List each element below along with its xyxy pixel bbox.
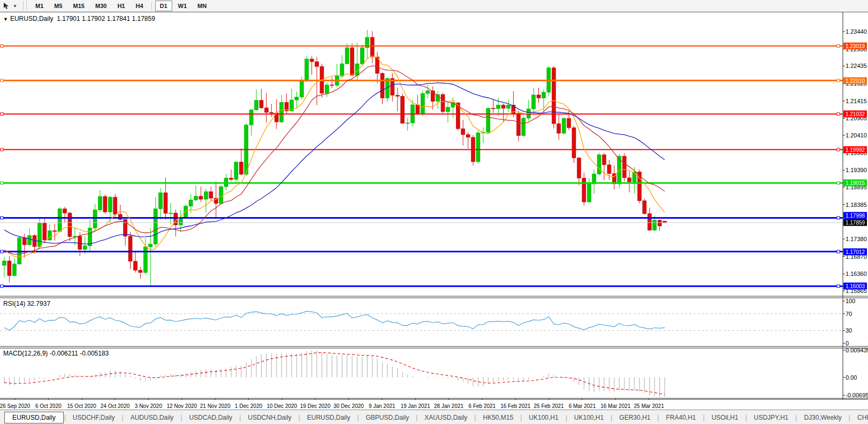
line-handle[interactable] bbox=[1, 79, 3, 82]
candle bbox=[164, 193, 167, 213]
hline-price-badge: 1.23019 bbox=[843, 42, 867, 49]
tab-usdchf-daily[interactable]: USDCHF,Daily bbox=[66, 412, 121, 423]
tab-xauusd-daily[interactable]: XAUUSD,Daily bbox=[418, 412, 474, 423]
candle bbox=[587, 184, 591, 202]
tab-separator: | bbox=[849, 414, 850, 421]
hline-price-badge: 1.19015 bbox=[843, 180, 867, 187]
top-toolbar: ▼ M1M5M15M30H1H4D1W1MN bbox=[0, 0, 868, 12]
candle bbox=[340, 64, 344, 76]
line-handle[interactable] bbox=[1, 44, 3, 47]
tab-uk100-h1[interactable]: UK100,H1 bbox=[522, 412, 565, 423]
candle bbox=[68, 213, 72, 236]
candle bbox=[416, 105, 420, 113]
candle bbox=[133, 261, 137, 271]
chart-symbol-caret-icon[interactable]: ▼ bbox=[3, 17, 8, 22]
tab-ger30-h1[interactable]: GER30,H1 bbox=[613, 412, 657, 423]
tab-audusd-daily[interactable]: AUDUSD,Daily bbox=[124, 412, 180, 423]
candle bbox=[239, 162, 243, 174]
candle bbox=[7, 261, 11, 276]
line-handle[interactable] bbox=[837, 217, 840, 219]
timeframe-button-h1[interactable]: H1 bbox=[112, 1, 130, 11]
candle bbox=[98, 197, 102, 210]
candle bbox=[43, 223, 47, 240]
date-tick-label: 6 Mar 2021 bbox=[569, 403, 596, 409]
candle bbox=[350, 48, 354, 75]
candle bbox=[28, 236, 32, 245]
tab-dj30-weekly[interactable]: DJ30,Weekly bbox=[797, 412, 848, 423]
candle bbox=[501, 105, 505, 109]
candle bbox=[63, 209, 67, 213]
tab-separator: | bbox=[64, 414, 66, 421]
candle bbox=[128, 236, 132, 261]
line-handle[interactable] bbox=[1, 182, 3, 184]
tab-gbpusd-daily[interactable]: GBPUSD,Daily bbox=[360, 412, 416, 423]
candle bbox=[103, 197, 107, 212]
candle bbox=[174, 213, 178, 225]
bar-open-value: 1.17901 bbox=[57, 15, 80, 22]
candle bbox=[315, 61, 319, 66]
date-tick-label: 6 Oct 2020 bbox=[35, 403, 62, 409]
tab-separator: | bbox=[745, 414, 747, 421]
line-handle[interactable] bbox=[837, 182, 840, 184]
candle bbox=[280, 103, 284, 122]
candle bbox=[628, 178, 631, 182]
chart-plot-area[interactable] bbox=[0, 12, 868, 400]
line-handle[interactable] bbox=[1, 113, 3, 115]
chart-symbol-label: EURUSD,Daily bbox=[10, 15, 54, 22]
hline-price-badge: 1.17998 bbox=[843, 212, 867, 219]
candle bbox=[653, 220, 657, 230]
cursor-tool-icon[interactable] bbox=[2, 1, 11, 11]
candle bbox=[159, 193, 163, 209]
tab-hk50-m15[interactable]: HK50,M15 bbox=[476, 412, 520, 423]
timeframe-button-h4[interactable]: H4 bbox=[131, 1, 148, 11]
tab-usoil-h1[interactable]: USOil,H1 bbox=[705, 412, 745, 423]
candle bbox=[260, 101, 263, 108]
timeframe-button-mn[interactable]: MN bbox=[193, 1, 211, 11]
tab-uk100-h1[interactable]: UK100,H1 bbox=[568, 412, 610, 423]
candle bbox=[582, 178, 586, 202]
line-handle[interactable] bbox=[1, 148, 3, 151]
line-handle[interactable] bbox=[837, 79, 840, 82]
line-handle[interactable] bbox=[837, 44, 840, 47]
tab-separator: | bbox=[357, 414, 359, 421]
macd-signal-value: -0.005183 bbox=[80, 350, 109, 357]
candle bbox=[431, 91, 435, 102]
line-handle[interactable] bbox=[837, 148, 840, 151]
candle bbox=[602, 155, 606, 165]
candle bbox=[199, 196, 203, 199]
line-handle[interactable] bbox=[837, 250, 840, 253]
tab-usdjpy-h1[interactable]: USDJPY,H1 bbox=[748, 412, 795, 423]
candles-layer bbox=[3, 30, 667, 286]
candle bbox=[143, 247, 147, 273]
timeframe-button-m15[interactable]: M15 bbox=[68, 1, 89, 11]
date-tick-label: 16 Mar 2021 bbox=[600, 403, 630, 409]
date-tick-label: 15 Oct 2020 bbox=[67, 403, 96, 409]
toolbar-grip bbox=[23, 2, 27, 10]
tab-fra40-h1[interactable]: FRA40,H1 bbox=[659, 412, 702, 423]
hline-price-badge: 1.17012 bbox=[843, 248, 867, 255]
timeframe-button-m5[interactable]: M5 bbox=[49, 1, 67, 11]
tab-separator: | bbox=[180, 414, 182, 421]
timeframe-button-m30[interactable]: M30 bbox=[90, 1, 111, 11]
chart-window: ▼EURUSD,Daily 1.17901 1.17902 1.17841 1.… bbox=[0, 12, 868, 400]
candle bbox=[169, 213, 172, 213]
tab-eurusd-daily[interactable]: EURUSD,Daily bbox=[301, 412, 357, 423]
tab-usdcad-daily[interactable]: USDCAD,Daily bbox=[182, 412, 239, 423]
line-handle[interactable] bbox=[1, 217, 3, 219]
candle bbox=[83, 246, 87, 249]
line-handle[interactable] bbox=[1, 250, 3, 253]
tab-china300-h1[interactable]: CHINA300,H1 bbox=[851, 412, 868, 423]
candle bbox=[12, 264, 16, 276]
tab-eurusd-daily[interactable]: EURUSD,Daily bbox=[4, 412, 64, 423]
tab-separator: | bbox=[795, 414, 797, 421]
toolbar-dropdown-icon[interactable]: ▼ bbox=[11, 4, 19, 9]
line-handle[interactable] bbox=[837, 113, 840, 115]
line-handle[interactable] bbox=[837, 285, 840, 288]
timeframe-button-m1[interactable]: M1 bbox=[31, 1, 48, 11]
timeframe-button-d1[interactable]: D1 bbox=[155, 1, 172, 11]
line-handle[interactable] bbox=[1, 285, 3, 288]
timeframe-button-w1[interactable]: W1 bbox=[173, 1, 192, 11]
candle bbox=[532, 95, 536, 109]
candle bbox=[300, 81, 303, 97]
tab-usdcnh-daily[interactable]: USDCNH,Daily bbox=[241, 412, 298, 423]
